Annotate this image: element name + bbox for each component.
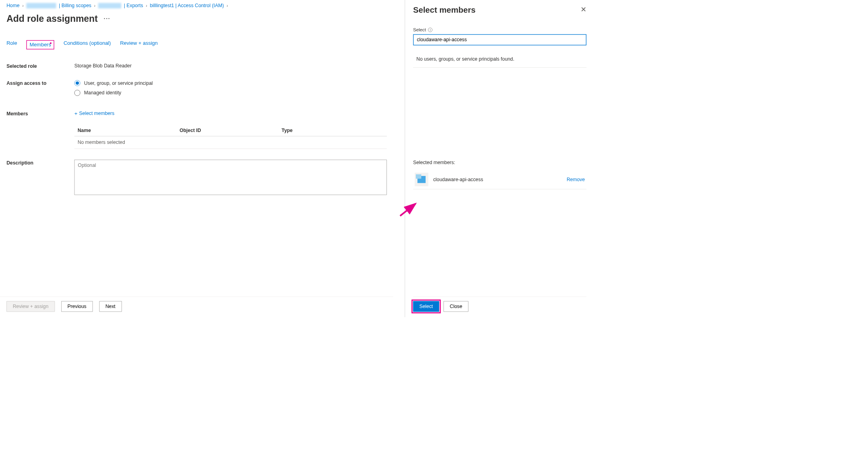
no-results-message: No users, groups, or service principals …: [413, 52, 586, 68]
breadcrumb: Home › | Billing scopes › | Exports › bi…: [6, 3, 386, 8]
plus-icon: +: [74, 111, 78, 117]
tabs: Role Members Conditions (optional) Revie…: [6, 40, 386, 49]
col-name: Name: [78, 128, 180, 133]
selected-member-name: cloudaware-api-access: [433, 177, 562, 182]
selected-member-row: cloudaware-api-access Remove: [413, 170, 586, 189]
members-label: Members: [6, 111, 74, 117]
tab-conditions[interactable]: Conditions (optional): [63, 40, 110, 49]
member-search-input[interactable]: [413, 34, 586, 45]
assign-access-label: Assign access to: [6, 80, 74, 86]
footer-bar: Review + assign Previous Next: [0, 297, 393, 317]
selected-role-value: Storage Blob Data Reader: [74, 63, 387, 69]
select-members-link[interactable]: + Select members: [74, 111, 387, 117]
info-icon[interactable]: i: [428, 28, 432, 32]
select-field-label: Select: [413, 27, 426, 33]
select-members-panel: Select members ✕ Select i No users, grou…: [405, 0, 595, 317]
description-input[interactable]: [74, 160, 387, 195]
breadcrumb-home[interactable]: Home: [6, 3, 19, 8]
radio-user-label: User, group, or service principal: [84, 80, 152, 86]
selected-members-label: Selected members:: [413, 160, 586, 165]
chevron-right-icon: ›: [146, 3, 147, 8]
chevron-right-icon: ›: [22, 3, 23, 8]
tab-review-assign[interactable]: Review + assign: [120, 40, 158, 49]
previous-button[interactable]: Previous: [61, 301, 93, 312]
col-object-id: Object ID: [179, 128, 282, 133]
page-title-text: Add role assignment: [6, 13, 97, 24]
breadcrumb-exports[interactable]: | Exports: [124, 3, 143, 8]
page-title: Add role assignment ···: [6, 13, 386, 24]
breadcrumb-redacted-1: [26, 3, 56, 8]
chevron-right-icon: ›: [94, 3, 95, 8]
radio-user-group-sp[interactable]: [74, 80, 80, 86]
col-type: Type: [282, 128, 384, 133]
breadcrumb-redacted-2: [98, 3, 121, 8]
tab-members[interactable]: Members: [26, 40, 54, 49]
breadcrumb-billing-scopes[interactable]: | Billing scopes: [59, 3, 91, 8]
members-table-header: Name Object ID Type: [74, 125, 387, 136]
selected-role-label: Selected role: [6, 63, 74, 69]
remove-member-link[interactable]: Remove: [567, 177, 585, 182]
review-assign-button[interactable]: Review + assign: [6, 301, 55, 312]
select-button[interactable]: Select: [413, 301, 439, 312]
breadcrumb-iam[interactable]: billlingtest1 | Access Control (IAM): [150, 3, 224, 8]
panel-title: Select members: [413, 6, 476, 15]
next-button[interactable]: Next: [99, 301, 122, 312]
panel-footer: Select Close: [413, 297, 586, 317]
description-label: Description: [6, 160, 74, 166]
app-icon: [415, 173, 428, 186]
radio-managed-label: Managed identity: [84, 90, 121, 96]
chevron-right-icon: ›: [227, 3, 228, 8]
more-actions-icon[interactable]: ···: [104, 15, 110, 22]
radio-managed-identity[interactable]: [74, 90, 80, 96]
tab-role[interactable]: Role: [6, 40, 17, 49]
close-icon[interactable]: ✕: [581, 6, 586, 14]
close-button[interactable]: Close: [444, 301, 468, 312]
members-empty-row: No members selected: [74, 136, 387, 149]
select-members-link-text: Select members: [79, 111, 114, 116]
